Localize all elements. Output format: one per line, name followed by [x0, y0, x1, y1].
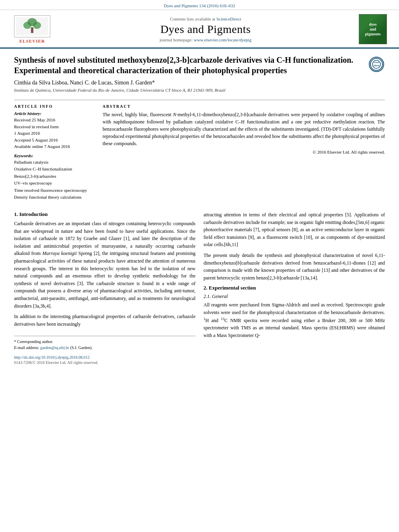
authors-text: Cinthia da Silva Lisboa, Nanci C. de Luc… [14, 80, 155, 86]
affiliation: Instituto de Química, Universidade Feder… [14, 88, 363, 92]
article-title: Synthesis of novel substituted methoxybe… [14, 55, 363, 76]
abstract-label: ABSTRACT [103, 104, 385, 109]
body-col-right: attracting attention in terms of their e… [204, 211, 385, 365]
journal-citation: Dyes and Pigments 134 (2016) 618–632 [164, 3, 235, 8]
journal-header-center: Contents lists available at ScienceDirec… [56, 14, 355, 47]
section-2-1-text: All reagents were purchased from Sigma-A… [204, 301, 385, 339]
main-body: 1. Introduction Carbazole derivatives ar… [14, 211, 385, 365]
section-2-title: 2. Experimental section [204, 285, 385, 291]
title-divider [14, 100, 385, 100]
intro-paragraph-1: Carbazole derivatives are an important c… [14, 220, 195, 310]
svg-point-3 [33, 22, 41, 29]
email-link[interactable]: garden@iq.ufrj.br [40, 345, 69, 350]
history-label: Article history: [14, 111, 95, 116]
article-content: Synthesis of novel substituted methoxybe… [0, 49, 399, 373]
homepage-line: journal homepage: www.elsevier.com/locat… [56, 37, 355, 42]
svg-text:Mark: Mark [374, 64, 380, 67]
elsevier-logo-box [14, 15, 50, 37]
email-line: E-mail address: garden@iq.ufrj.br (S.J. … [14, 345, 195, 351]
section-1-title: 1. Introduction [14, 211, 195, 218]
keywords-label: Keywords: [14, 153, 95, 158]
right-paragraph-2: The present study details the synthesis … [204, 252, 385, 281]
intro-paragraph-2: In addition to the interesting pharmacol… [14, 313, 195, 328]
article-info-col: ARTICLE INFO Article history: Received 2… [14, 104, 95, 201]
svg-text:cross: cross [374, 61, 380, 64]
journal-header: ELSEVIER Contents lists available at Sci… [0, 10, 399, 49]
article-info-abstract: ARTICLE INFO Article history: Received 2… [14, 104, 385, 201]
issn-line: 0143-7208/© 2016 Elsevier Ltd. All right… [14, 360, 195, 365]
corresponding-author-note: * Corresponding author. [14, 339, 195, 345]
article-title-text: Synthesis of novel substituted methoxybe… [14, 55, 363, 96]
doi-link[interactable]: http://dx.doi.org/10.1016/j.dyepig.2016.… [14, 355, 90, 359]
section-2-1-title: 2.1. General [204, 294, 385, 300]
available-item: Available online 7 August 2016 [14, 143, 95, 150]
body-col-left: 1. Introduction Carbazole derivatives ar… [14, 211, 195, 365]
received-item: Received 25 May 2016 [14, 117, 95, 123]
journal-header-left: ELSEVIER [8, 14, 56, 47]
right-paragraph-1: attracting attention in terms of their e… [204, 211, 385, 249]
keyword-4: UV–vis spectroscopy [14, 180, 95, 187]
keyword-6: Density functional theory calculations [14, 194, 95, 201]
copyright-line: © 2016 Elsevier Ltd. All rights reserved… [103, 150, 385, 154]
keywords-list: Palladium catalysis Oxidative C–H functi… [14, 159, 95, 201]
journal-badge: dyes and pigments [359, 14, 387, 44]
authors-line: Cinthia da Silva Lisboa, Nanci C. de Luc… [14, 80, 363, 86]
homepage-link[interactable]: www.elsevier.com/locate/dyepig [194, 37, 251, 42]
journal-header-right: dyes and pigments [355, 14, 391, 47]
accepted-item: Accepted 5 August 2016 [14, 137, 95, 144]
svg-point-2 [23, 22, 31, 29]
abstract-text: The novel, highly blue, fluorescent N-me… [103, 111, 385, 147]
journal-citation-bar: Dyes and Pigments 134 (2016) 618–632 [0, 0, 399, 10]
journal-title: Dyes and Pigments [56, 23, 355, 36]
sciencedirect-line: Contents lists available at ScienceDirec… [56, 16, 355, 21]
keyword-1: Palladium catalysis [14, 159, 95, 166]
svg-rect-4 [31, 27, 33, 33]
crossmark-badge: cross Mark [369, 57, 385, 73]
keyword-5: Time resolved fluorescence spectroscopy [14, 187, 95, 194]
footnote-section: * Corresponding author. E-mail address: … [14, 336, 195, 351]
crossmark-icon: cross Mark [369, 57, 384, 72]
sciencedirect-link[interactable]: ScienceDirect [216, 16, 241, 21]
abstract-col: ABSTRACT The novel, highly blue, fluores… [103, 104, 385, 201]
received-revised-date: 1 August 2016 [14, 130, 95, 137]
keyword-2: Oxidative C–H functionalization [14, 166, 95, 173]
elsevier-label: ELSEVIER [19, 39, 45, 43]
article-title-section: Synthesis of novel substituted methoxybe… [14, 55, 385, 96]
elsevier-tree-icon [16, 17, 48, 35]
keyword-3: Benzo[2,3-b]carbazoles [14, 173, 95, 180]
article-info-label: ARTICLE INFO [14, 104, 95, 109]
footer-links: http://dx.doi.org/10.1016/j.dyepig.2016.… [14, 354, 195, 365]
received-revised-label: Received in revised form [14, 123, 95, 130]
